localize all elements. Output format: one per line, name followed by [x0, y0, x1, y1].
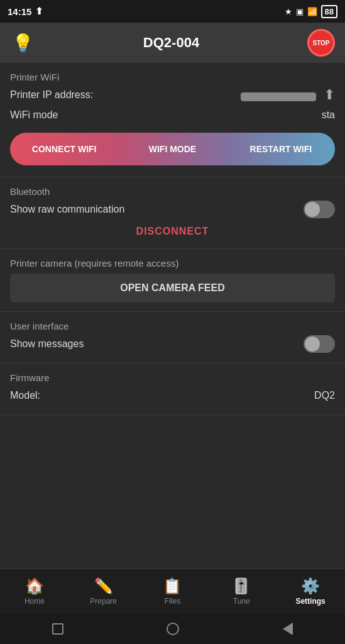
wifi-mode-row: WiFi mode sta [10, 105, 335, 125]
wifi-mode-button[interactable]: WIFI MODE [118, 133, 226, 165]
upload-icon: ⬆ [35, 6, 43, 17]
files-icon: 📋 [163, 577, 182, 595]
bulb-icon: 💡 [12, 33, 34, 53]
nav-label-prepare: Prepare [90, 597, 117, 606]
stop-label: STOP [312, 40, 329, 47]
nav-item-settings[interactable]: ⚙️ Settings [276, 569, 345, 614]
wifi-icon: 📶 [307, 7, 317, 16]
prepare-icon: ✏️ [94, 577, 113, 595]
settings-icon: ⚙️ [301, 577, 320, 595]
android-home-button[interactable] [164, 620, 182, 638]
firmware-model-label: Model: [10, 390, 40, 401]
show-messages-row: Show messages [10, 334, 335, 354]
bottom-nav: 🏠 Home ✏️ Prepare 📋 Files 🎚️ Tune ⚙️ Set… [0, 569, 345, 614]
firmware-model-row: Model: DQ2 [10, 386, 335, 406]
nav-label-tune: Tune [233, 597, 250, 606]
show-messages-toggle[interactable] [304, 335, 335, 353]
app-header: 💡 DQ2-004 STOP [0, 23, 345, 63]
recents-icon [52, 623, 63, 635]
wifi-section-title: Printer WiFi [10, 72, 335, 82]
show-raw-row: Show raw communication [10, 199, 335, 219]
restart-wifi-button[interactable]: RESTART WIFI [227, 133, 335, 165]
home-icon: 🏠 [25, 577, 44, 595]
disconnect-button[interactable]: DISCONNECT [10, 219, 335, 240]
android-nav-bar [0, 614, 345, 644]
page-title: DQ2-004 [35, 35, 307, 51]
show-raw-label: Show raw communication [10, 204, 124, 215]
wifi-buttons-group: CONNECT WIFI WIFI MODE RESTART WIFI [10, 133, 335, 165]
status-bar: 14:15 ⬆ ★ ▣ 📶 88 [0, 0, 345, 23]
camera-section: Printer camera (requires remote access) … [0, 249, 345, 312]
firmware-model-value: DQ2 [314, 390, 335, 401]
copy-icon[interactable]: ⬆ [324, 87, 335, 103]
nav-label-files: Files [165, 597, 180, 606]
ui-section-title: User interface [10, 321, 335, 331]
battery-icon: ▣ [296, 7, 304, 16]
open-camera-button[interactable]: OPEN CAMERA FEED [10, 274, 335, 303]
back-triangle-icon [283, 623, 293, 635]
tune-icon: 🎚️ [232, 577, 251, 595]
wifi-mode-value: sta [322, 109, 335, 121]
wifi-section: Printer WiFi Printer IP address: ⬆ WiFi … [0, 63, 345, 177]
bluetooth-section: Bluetooth Show raw communication DISCONN… [0, 177, 345, 249]
show-messages-toggle-knob [305, 336, 320, 352]
ip-address-label: Printer IP address: [10, 89, 93, 101]
ip-address-value: ⬆ [241, 87, 335, 103]
status-icons: ★ ▣ 📶 88 [285, 5, 337, 18]
light-icon-button[interactable]: 💡 [10, 30, 35, 55]
camera-section-title: Printer camera (requires remote access) [10, 258, 335, 269]
time-display: 14:15 [8, 6, 31, 17]
bluetooth-section-title: Bluetooth [10, 186, 335, 197]
show-raw-toggle[interactable] [304, 201, 335, 218]
home-circle-icon [167, 623, 179, 635]
nav-item-prepare[interactable]: ✏️ Prepare [69, 569, 138, 614]
nav-item-home[interactable]: 🏠 Home [0, 569, 69, 614]
nav-label-home: Home [25, 597, 45, 606]
android-recents-button[interactable] [49, 620, 67, 638]
nav-label-settings: Settings [295, 597, 325, 606]
ip-address-row: Printer IP address: ⬆ [10, 85, 335, 105]
show-messages-label: Show messages [10, 338, 84, 350]
bluetooth-icon: ★ [285, 7, 292, 16]
ui-section: User interface Show messages [0, 312, 345, 364]
status-time: 14:15 ⬆ [8, 6, 43, 17]
toggle-knob [305, 202, 320, 217]
battery-level: 88 [321, 5, 337, 18]
content-area: Printer WiFi Printer IP address: ⬆ WiFi … [0, 63, 345, 569]
nav-item-files[interactable]: 📋 Files [138, 569, 207, 614]
firmware-section: Firmware Model: DQ2 [0, 364, 345, 415]
connect-wifi-button[interactable]: CONNECT WIFI [10, 133, 118, 165]
nav-item-tune[interactable]: 🎚️ Tune [207, 569, 276, 614]
firmware-section-title: Firmware [10, 372, 335, 383]
stop-button[interactable]: STOP [307, 29, 335, 57]
android-back-button[interactable] [279, 620, 297, 638]
wifi-mode-label: WiFi mode [10, 109, 58, 121]
ip-blurred-value [241, 92, 316, 101]
